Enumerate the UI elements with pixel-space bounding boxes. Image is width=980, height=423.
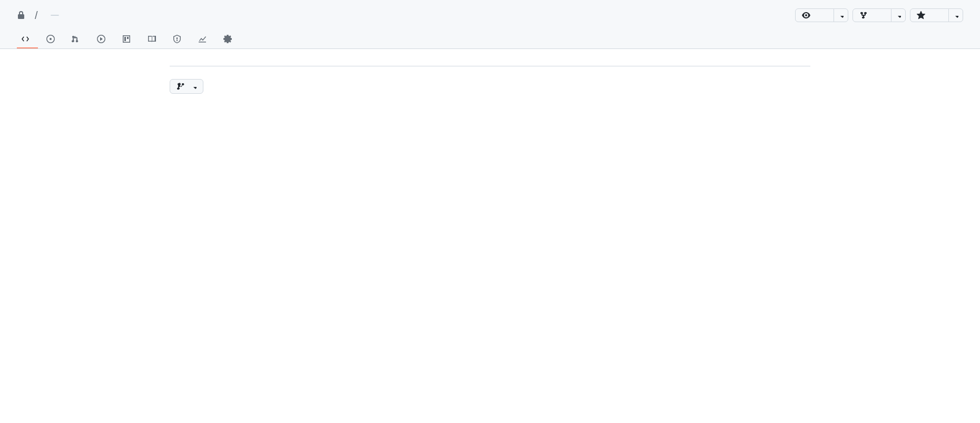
tab-code[interactable] bbox=[17, 31, 38, 48]
branch-icon bbox=[177, 82, 185, 91]
tab-projects[interactable] bbox=[118, 31, 139, 48]
unwatch-button[interactable] bbox=[795, 8, 834, 22]
star-button[interactable] bbox=[910, 8, 949, 22]
issue-icon bbox=[46, 35, 55, 43]
fork-button[interactable] bbox=[852, 8, 891, 22]
repo-title: / bbox=[17, 9, 59, 22]
pull-request-icon bbox=[72, 35, 80, 43]
page-title bbox=[170, 62, 810, 66]
graph-icon bbox=[198, 35, 207, 43]
tab-pull-requests[interactable] bbox=[67, 31, 89, 48]
gear-icon bbox=[223, 35, 232, 43]
chevron-down-icon bbox=[896, 13, 901, 18]
unwatch-menu-button[interactable] bbox=[834, 8, 848, 22]
main-content bbox=[153, 49, 827, 115]
path-separator: / bbox=[35, 9, 38, 22]
code-icon bbox=[21, 35, 30, 43]
tab-insights[interactable] bbox=[194, 31, 215, 48]
repo-header: / bbox=[0, 0, 980, 49]
lock-icon bbox=[17, 11, 25, 19]
star-icon bbox=[917, 11, 925, 19]
project-icon bbox=[122, 35, 131, 43]
play-icon bbox=[97, 35, 105, 43]
tab-actions[interactable] bbox=[93, 31, 114, 48]
chevron-down-icon bbox=[191, 84, 197, 89]
fork-icon bbox=[859, 11, 868, 19]
shield-icon bbox=[173, 35, 181, 43]
star-menu-button[interactable] bbox=[948, 8, 963, 22]
chevron-down-icon bbox=[953, 13, 958, 18]
repo-nav bbox=[17, 31, 963, 48]
book-icon bbox=[148, 35, 156, 43]
tab-settings[interactable] bbox=[219, 31, 240, 48]
visibility-badge bbox=[51, 15, 59, 16]
repo-actions bbox=[795, 8, 963, 22]
chevron-down-icon bbox=[838, 13, 844, 18]
tab-security[interactable] bbox=[169, 31, 190, 48]
tab-issues[interactable] bbox=[42, 31, 63, 48]
tab-wiki[interactable] bbox=[143, 31, 164, 48]
eye-icon bbox=[802, 11, 810, 19]
fork-menu-button[interactable] bbox=[891, 8, 906, 22]
branch-select-button[interactable] bbox=[170, 79, 203, 94]
